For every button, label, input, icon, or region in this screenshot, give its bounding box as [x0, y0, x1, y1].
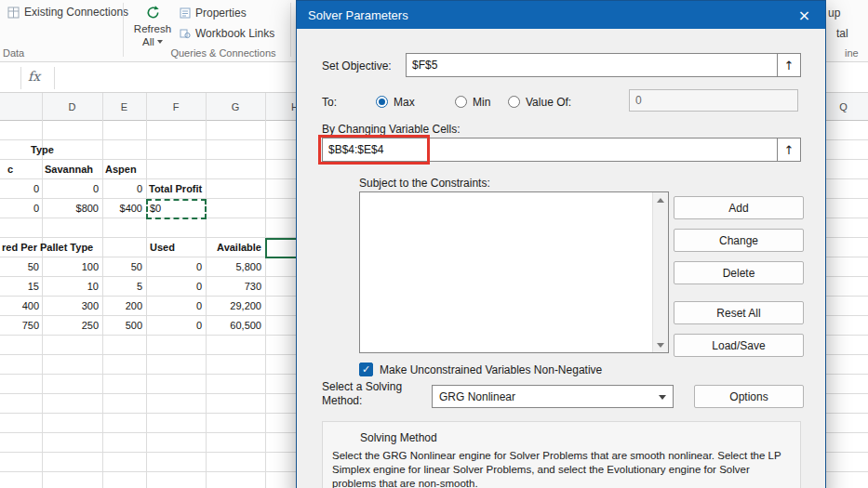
ribbon-separator: [123, 3, 124, 57]
dialog-titlebar[interactable]: Solver Parameters: [297, 1, 825, 29]
marquee-selection: [146, 199, 207, 219]
set-objective-input[interactable]: $F$5 ↑: [406, 53, 801, 77]
radio-max-label[interactable]: Max: [394, 96, 415, 109]
grid-cell[interactable]: red Per Pallet Type: [2, 238, 151, 257]
column-header-f[interactable]: F: [146, 93, 206, 121]
solving-method-title: Solving Method: [360, 431, 437, 444]
close-icon: ×: [798, 7, 810, 24]
set-objective-label: Set Objective:: [322, 59, 392, 73]
grid-cell[interactable]: 300: [42, 297, 99, 316]
grid-cell[interactable]: 750: [0, 316, 39, 336]
non-negative-label[interactable]: Make Unconstrained Variables Non-Negativ…: [380, 363, 602, 376]
radio-min[interactable]: [455, 96, 467, 108]
insert-function-button[interactable]: fx: [28, 69, 40, 84]
grid-cell[interactable]: 0: [42, 179, 99, 199]
grid-cell[interactable]: 10: [42, 277, 99, 297]
grid-cell[interactable]: $800: [42, 199, 99, 218]
grid-cell[interactable]: 0: [146, 277, 202, 297]
radio-min-label[interactable]: Min: [473, 96, 490, 109]
refresh-icon: [145, 5, 161, 22]
grid-cell[interactable]: Savannah: [45, 160, 100, 179]
grid-cell[interactable]: $400: [102, 199, 142, 218]
set-objective-value: $F$5: [412, 59, 437, 72]
constraints-listbox[interactable]: [359, 191, 669, 353]
existing-connections-button[interactable]: Existing Connections: [7, 6, 128, 19]
grid-cell[interactable]: 15: [0, 277, 39, 297]
workbook-links-icon: [180, 28, 191, 39]
grid-cell[interactable]: 5,800: [206, 257, 261, 277]
scroll-down-button[interactable]: [653, 337, 668, 352]
grid-cell[interactable]: Aspen: [105, 160, 146, 179]
subtotal-button-partial[interactable]: tal: [836, 27, 848, 40]
chevron-down-icon: [659, 395, 666, 400]
grid-cell[interactable]: 50: [102, 257, 142, 277]
radio-value-of-label[interactable]: Value Of:: [526, 96, 571, 109]
arrow-up-icon: [657, 198, 664, 203]
load-save-button[interactable]: Load/Save: [674, 334, 804, 357]
grid-cell[interactable]: Available: [206, 238, 261, 257]
delete-button[interactable]: Delete: [674, 261, 804, 284]
formula-bar-separator: [20, 67, 21, 89]
column-header-g[interactable]: G: [206, 93, 265, 121]
workbook-links-button[interactable]: Workbook Links: [180, 27, 274, 40]
grid-cell[interactable]: 730: [206, 277, 261, 297]
grid-cell[interactable]: 0: [0, 199, 39, 218]
value-of-input[interactable]: 0: [629, 89, 798, 112]
change-button[interactable]: Change: [674, 229, 804, 252]
grid-cell[interactable]: 250: [42, 316, 99, 336]
grid-cell[interactable]: 500: [102, 316, 142, 336]
grid-cell[interactable]: Total Profit: [149, 179, 242, 199]
arrow-down-icon: [657, 343, 664, 348]
scroll-up-button[interactable]: [653, 192, 668, 207]
constraints-label: Subject to the Constraints:: [359, 177, 490, 190]
formula-bar-separator: [54, 67, 55, 89]
grid-cell[interactable]: 5: [102, 277, 142, 297]
grid-cell[interactable]: Type: [31, 140, 105, 160]
range-select-button[interactable]: ↑: [777, 138, 800, 161]
solving-method-description: Select the GRG Nonlinear engine for Solv…: [332, 449, 795, 488]
grid-cell[interactable]: 29,200: [206, 297, 261, 316]
grid-cell[interactable]: c: [7, 160, 26, 179]
collapse-dialog-icon: ↑: [784, 143, 795, 157]
close-button[interactable]: ×: [783, 1, 825, 29]
radio-max[interactable]: [376, 96, 388, 108]
grid-cell[interactable]: 0: [102, 179, 142, 199]
reset-all-button[interactable]: Reset All: [674, 301, 804, 324]
grid-cell[interactable]: 0: [146, 257, 202, 277]
options-button[interactable]: Options: [694, 385, 804, 408]
grid-cell[interactable]: 0: [146, 297, 202, 316]
range-select-button[interactable]: ↑: [777, 54, 800, 76]
column-header-d[interactable]: D: [42, 93, 102, 121]
constraints-scrollbar[interactable]: [652, 192, 668, 352]
data-group-label: Data: [3, 47, 24, 59]
column-header-e[interactable]: E: [102, 93, 146, 121]
properties-button[interactable]: Properties: [180, 7, 247, 20]
grid-cell[interactable]: 0: [146, 316, 202, 336]
collapse-dialog-icon: ↑: [784, 59, 795, 73]
grid-cell[interactable]: 60,500: [206, 316, 261, 336]
queries-connections-group-label: Queries & Connections: [140, 47, 307, 59]
group-button-partial[interactable]: up: [828, 7, 840, 20]
refresh-all-label-1: Refresh: [134, 22, 171, 35]
to-label: To:: [322, 96, 337, 109]
refresh-all-label-2: All: [142, 35, 154, 48]
solving-method-panel: Solving Method Select the GRG Nonlinear …: [322, 421, 801, 488]
by-changing-cells-label: By Changing Variable Cells:: [322, 123, 461, 136]
grid-cell[interactable]: 200: [102, 297, 142, 316]
grid-cell[interactable]: Used: [150, 238, 196, 257]
ribbon-separator: [290, 3, 291, 57]
non-negative-checkbox[interactable]: ✓: [359, 363, 373, 376]
annotation-highlight: [318, 135, 430, 165]
add-button[interactable]: Add: [674, 196, 804, 219]
grid-cell[interactable]: 100: [42, 257, 99, 277]
existing-connections-label: Existing Connections: [24, 6, 128, 19]
grid-cell[interactable]: 400: [0, 297, 39, 316]
grid-cell[interactable]: 0: [0, 179, 39, 199]
properties-label: Properties: [195, 7, 247, 20]
grid-cell[interactable]: 50: [0, 257, 39, 277]
solving-method-dropdown[interactable]: GRG Nonlinear: [432, 385, 674, 408]
radio-value-of[interactable]: [508, 96, 520, 108]
outline-group-label: ine: [845, 47, 859, 59]
check-icon: ✓: [362, 363, 370, 376]
gridline-vertical: [265, 93, 266, 488]
